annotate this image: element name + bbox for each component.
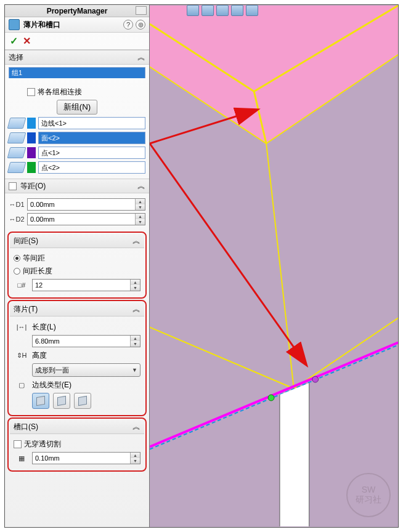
swatch-point1	[27, 147, 36, 158]
height-icon: ⇕H	[14, 350, 30, 361]
panel-title-bar: PropertyManager	[5, 5, 149, 17]
new-group-button[interactable]: 新组(N)	[57, 100, 98, 115]
slot-group: 槽口(S) ︽ 无穿透切割 ▦ 0.10mm ▲▼	[7, 417, 147, 472]
spacing-length-radio[interactable]	[14, 268, 20, 275]
length-icon: |↔|	[14, 321, 30, 332]
selection-filter-icon[interactable]	[7, 147, 26, 158]
svg-marker-6	[280, 383, 309, 526]
no-through-checkbox[interactable]	[14, 440, 22, 448]
spin-up[interactable]: ▲	[131, 280, 140, 285]
feature-header: 薄片和槽口 ? ⊚	[5, 17, 149, 33]
selection-filter-icon[interactable]	[7, 132, 26, 143]
edge-type-fillet-button[interactable]	[53, 393, 70, 409]
feature-icon	[9, 19, 20, 30]
chevron-up-icon: ︽	[132, 421, 140, 432]
spin-up[interactable]: ▲	[136, 214, 145, 219]
offset-checkbox[interactable]	[9, 182, 17, 190]
section-slot-head[interactable]: 槽口(S) ︽	[10, 420, 144, 434]
selection-point1[interactable]: 点<1>	[38, 147, 145, 159]
panel-title: PropertyManager	[47, 7, 108, 15]
ok-button[interactable]: ✓	[10, 35, 18, 47]
slot-offset-icon: ▦	[14, 453, 30, 464]
tb-icon-4[interactable]	[231, 5, 243, 16]
chevron-down-icon: ▼	[132, 367, 137, 373]
spin-down[interactable]: ▼	[136, 219, 145, 225]
slot-offset-input[interactable]: 0.10mm ▲▼	[32, 452, 140, 464]
tab-group: 薄片(T) ︽ |↔| 长度(L) 6.80mm ▲▼	[7, 300, 147, 416]
no-through-label: 无穿透切割	[24, 439, 61, 449]
d2-input[interactable]: 0.00mm ▲▼	[27, 213, 145, 225]
group-item[interactable]: 组1	[9, 68, 145, 78]
selection-edge1[interactable]: 边线<1>	[38, 117, 145, 129]
spin-down[interactable]: ▼	[131, 341, 140, 347]
more-help-icon[interactable]: ⊚	[136, 20, 145, 30]
section-spacing-label: 间距(S)	[14, 236, 38, 246]
watermark: SW 研习社	[346, 473, 391, 517]
tb-icon-2[interactable]	[202, 5, 214, 16]
view-toolbar	[187, 5, 258, 16]
d2-icon: ↔D2	[9, 214, 25, 225]
swatch-edge	[27, 118, 36, 129]
svg-point-10	[312, 376, 319, 382]
ok-cancel-bar: ✓ ✕	[5, 33, 149, 50]
spacing-length-label: 间距长度	[23, 266, 52, 276]
model-scene	[150, 5, 398, 527]
spin-down[interactable]: ▼	[131, 285, 140, 291]
section-tab-label: 薄片(T)	[14, 304, 38, 315]
connect-groups-label: 将各组相连接	[38, 87, 82, 97]
length-label: 长度(L)	[32, 322, 56, 332]
svg-point-9	[268, 395, 274, 401]
tb-icon-1[interactable]	[187, 5, 199, 16]
spacing-group: 间距(S) ︽ 等间距 间距长度 □#	[7, 232, 147, 299]
d1-input[interactable]: 0.00mm ▲▼	[27, 198, 145, 211]
height-label: 高度	[32, 350, 47, 361]
property-manager-panel: PropertyManager 薄片和槽口 ? ⊚ ✓ ✕ 选择 ︽	[5, 5, 150, 527]
count-input[interactable]: 12 ▲▼	[32, 279, 140, 291]
selection-filter-icon[interactable]	[7, 162, 26, 173]
group-listbox[interactable]: 组1	[9, 67, 145, 78]
edge-type-sharp-button[interactable]	[32, 393, 49, 409]
tb-icon-3[interactable]	[216, 5, 229, 16]
selection-face2[interactable]: 面<2>	[38, 132, 145, 144]
section-tab-head[interactable]: 薄片(T) ︽	[10, 302, 144, 316]
swatch-point2	[27, 162, 36, 173]
connect-groups-checkbox[interactable]	[27, 88, 35, 96]
section-offset-label: 等距(O)	[20, 181, 46, 191]
spin-down[interactable]: ▼	[136, 204, 145, 210]
canvas-frame: PropertyManager 薄片和槽口 ? ⊚ ✓ ✕ 选择 ︽	[0, 0, 403, 532]
chevron-up-icon: ︽	[132, 235, 140, 246]
height-combo[interactable]: 成形到一面 ▼	[32, 363, 140, 377]
spin-up[interactable]: ▲	[131, 453, 140, 458]
selection-point2[interactable]: 点<2>	[38, 161, 145, 174]
edge-type-chamfer-button[interactable]	[74, 393, 91, 409]
chevron-up-icon: ︽	[137, 52, 145, 63]
section-slot-label: 槽口(S)	[14, 422, 38, 432]
cancel-button[interactable]: ✕	[23, 35, 31, 47]
selection-filter-icon[interactable]	[7, 118, 26, 129]
section-select-head[interactable]: 选择 ︽	[5, 50, 149, 65]
chevron-up-icon: ︽	[137, 180, 145, 191]
spin-up[interactable]: ▲	[136, 199, 145, 204]
pin-icon[interactable]	[136, 6, 147, 15]
spin-down[interactable]: ▼	[131, 458, 140, 464]
help-icon[interactable]: ?	[123, 20, 133, 30]
d1-icon: ↔D1	[9, 199, 25, 210]
swatch-face	[27, 132, 36, 143]
graphics-viewport[interactable]: SW 研习社	[150, 5, 398, 527]
edge-type-icon: ▢	[14, 379, 30, 390]
tb-icon-5[interactable]	[246, 5, 258, 16]
edge-type-label: 边线类型(E)	[32, 380, 71, 390]
feature-name: 薄片和槽口	[23, 20, 60, 30]
length-input[interactable]: 6.80mm ▲▼	[32, 335, 140, 347]
chevron-up-icon: ︽	[132, 304, 140, 315]
section-select-label: 选择	[9, 52, 23, 63]
section-offset-head[interactable]: 等距(O) ︽	[5, 179, 149, 193]
equal-spacing-radio[interactable]	[14, 255, 20, 262]
equal-spacing-label: 等间距	[23, 253, 45, 264]
count-icon: □#	[14, 280, 30, 291]
section-spacing-head[interactable]: 间距(S) ︽	[10, 234, 144, 248]
spin-up[interactable]: ▲	[131, 336, 140, 341]
